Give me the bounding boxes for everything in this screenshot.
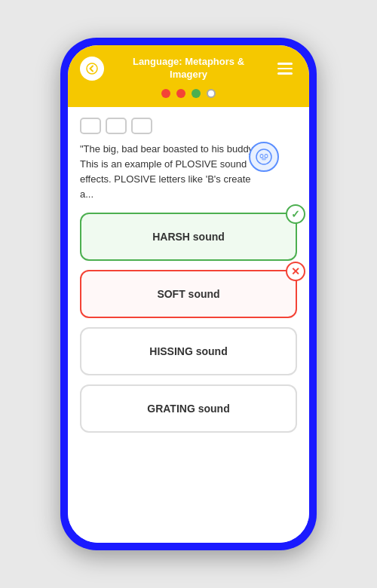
hamburger-line-3 (277, 72, 293, 75)
incorrect-badge: ✕ (286, 262, 305, 281)
dot-1 (161, 89, 170, 98)
app-header: Language: Metaphors & Imagery (68, 45, 309, 89)
dot-4 (207, 89, 216, 98)
option-1[interactable]: HARSH sound ✓ (80, 213, 297, 261)
hamburger-line-2 (277, 68, 293, 70)
menu-button[interactable] (273, 57, 297, 81)
clear-button[interactable] (131, 118, 152, 134)
option-2-label: SOFT sound (157, 288, 219, 300)
phone-screen: Language: Metaphors & Imagery (68, 45, 309, 543)
svg-point-1 (256, 149, 271, 164)
option-4[interactable]: GRATING sound (80, 384, 297, 433)
page-title: Language: Metaphors & Imagery (104, 56, 273, 81)
controls-row (80, 118, 297, 134)
undo-button[interactable] (80, 118, 101, 134)
question-area: "The big, bad bear boasted to his buddy.… (80, 142, 297, 203)
hint-button[interactable] (249, 142, 279, 172)
option-3[interactable]: HISSING sound (80, 327, 297, 375)
option-3-label: HISSING sound (149, 345, 227, 357)
option-2[interactable]: SOFT sound ✕ (80, 270, 297, 318)
dot-3 (192, 89, 201, 98)
correct-badge: ✓ (286, 204, 305, 224)
phone-frame: Language: Metaphors & Imagery (60, 38, 317, 550)
option-1-label: HARSH sound (152, 231, 225, 243)
progress-dots (68, 89, 309, 107)
option-4-label: GRATING sound (147, 403, 229, 415)
svg-point-5 (265, 155, 267, 157)
back-button[interactable] (80, 57, 104, 81)
dot-2 (176, 89, 185, 98)
svg-point-6 (262, 158, 266, 160)
options-list: HARSH sound ✓ SOFT sound ✕ HISSING sound… (80, 213, 297, 433)
hamburger-line-1 (277, 63, 293, 65)
content-area: "The big, bad bear boasted to his buddy.… (68, 107, 309, 543)
svg-point-4 (261, 155, 262, 157)
svg-point-0 (87, 63, 97, 74)
redo-button[interactable] (106, 118, 127, 134)
